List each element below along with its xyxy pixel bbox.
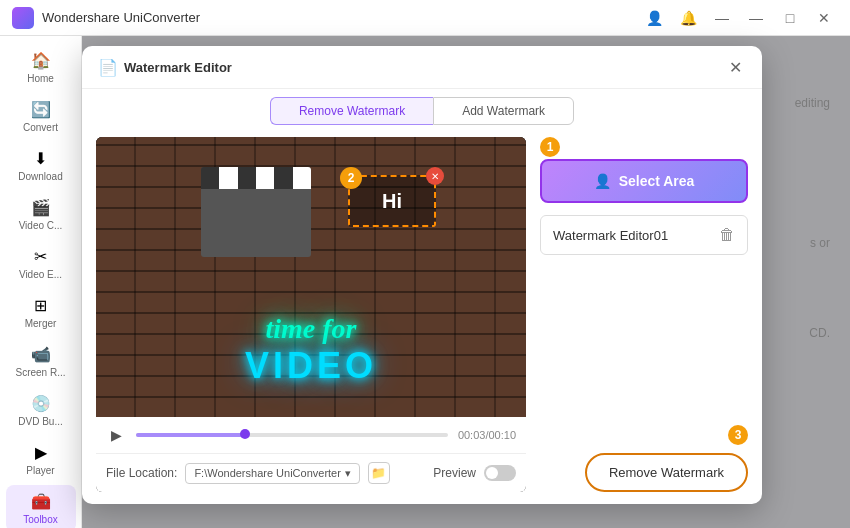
delete-watermark-btn[interactable]: 🗑 xyxy=(719,226,735,244)
convert-icon: 🔄 xyxy=(31,99,51,119)
dialog-body: time for VIDEO 2 Hi ✕ xyxy=(82,125,762,504)
dialog-title: Watermark Editor xyxy=(124,60,232,75)
sidebar-item-player[interactable]: ▶ Player xyxy=(6,436,76,483)
progress-track[interactable] xyxy=(136,433,448,437)
file-location-label: File Location: xyxy=(106,466,177,480)
dvd-icon: 💿 xyxy=(31,393,51,413)
sidebar-item-download[interactable]: ⬇ Download xyxy=(6,142,76,189)
select-area-label: Select Area xyxy=(619,173,695,189)
download-icon: ⬇ xyxy=(31,148,51,168)
sidebar-item-screen-rec[interactable]: 📹 Screen R... xyxy=(6,338,76,385)
sidebar-label-video-edit: Video E... xyxy=(19,269,62,281)
app-logo xyxy=(12,7,34,29)
clapper-body xyxy=(201,189,311,257)
dialog-header: 📄 Watermark Editor ✕ xyxy=(82,46,762,89)
stripe-4 xyxy=(256,167,274,189)
progress-thumb xyxy=(240,429,250,439)
watermark-close-btn[interactable]: ✕ xyxy=(426,167,444,185)
app-title: Wondershare UniConverter xyxy=(42,10,640,25)
sidebar-label-home: Home xyxy=(27,73,54,85)
stripe-1 xyxy=(201,167,219,189)
neon-line1: time for xyxy=(245,313,377,345)
file-path-select[interactable]: F:\Wondershare UniConverter ▾ xyxy=(185,463,360,484)
tab-add-watermark[interactable]: Add Watermark xyxy=(433,97,574,125)
sidebar-label-download: Download xyxy=(18,171,62,183)
tab-remove-watermark[interactable]: Remove Watermark xyxy=(270,97,433,125)
sidebar-label-screen-rec: Screen R... xyxy=(15,367,65,379)
user-icon-btn[interactable]: 👤 xyxy=(640,4,668,32)
main-layout: 🏠 Home 🔄 Convert ⬇ Download 🎬 Video C...… xyxy=(0,36,850,528)
sidebar-item-dvd[interactable]: 💿 DVD Bu... xyxy=(6,387,76,434)
video-edit-icon: ✂ xyxy=(31,246,51,266)
chevron-down-icon: ▾ xyxy=(345,467,351,480)
preview-toggle[interactable] xyxy=(484,465,516,481)
title-actions: 👤 🔔 — — □ ✕ xyxy=(640,4,838,32)
step-badge-2: 2 xyxy=(340,167,362,189)
modal-overlay: 📄 Watermark Editor ✕ Remove Watermark Ad… xyxy=(82,36,850,528)
video-frame: time for VIDEO 2 Hi ✕ xyxy=(96,137,526,417)
sidebar-label-convert: Convert xyxy=(23,122,58,134)
titlebar: Wondershare UniConverter 👤 🔔 — — □ ✕ xyxy=(0,0,850,36)
sidebar-label-dvd: DVD Bu... xyxy=(18,416,62,428)
stripe-5 xyxy=(274,167,292,189)
home-icon: 🏠 xyxy=(31,50,51,70)
clapper-stripes xyxy=(201,167,311,189)
sidebar-label-merger: Merger xyxy=(25,318,57,330)
preview-label: Preview xyxy=(433,466,476,480)
step-badge-3: 3 xyxy=(728,425,748,445)
toolbox-icon: 🧰 xyxy=(31,491,51,511)
video-preview: time for VIDEO 2 Hi ✕ xyxy=(96,137,526,492)
sidebar-item-toolbox[interactable]: 🧰 Toolbox xyxy=(6,485,76,528)
minimize-btn[interactable]: — xyxy=(742,4,770,32)
sidebar-item-convert[interactable]: 🔄 Convert xyxy=(6,93,76,140)
toggle-knob xyxy=(486,467,498,479)
watermark-hi-text: Hi xyxy=(382,190,402,213)
merger-icon: ⊞ xyxy=(31,295,51,315)
sidebar-label-video-compress: Video C... xyxy=(19,220,63,232)
watermark-editor-dialog: 📄 Watermark Editor ✕ Remove Watermark Ad… xyxy=(82,46,762,504)
right-panel: 1 👤 Select Area Watermark Editor01 🗑 xyxy=(526,137,748,492)
player-icon: ▶ xyxy=(31,442,51,462)
maximize-btn[interactable]: □ xyxy=(776,4,804,32)
clapperboard xyxy=(201,167,311,257)
sidebar-item-merger[interactable]: ⊞ Merger xyxy=(6,289,76,336)
remove-watermark-btn[interactable]: Remove Watermark xyxy=(585,453,748,492)
step-badge-1: 1 xyxy=(540,137,560,157)
play-button[interactable]: ▶ xyxy=(106,425,126,445)
sidebar-item-video-edit[interactable]: ✂ Video E... xyxy=(6,240,76,287)
watermark-selection-box[interactable]: Hi ✕ xyxy=(348,175,436,227)
folder-browse-btn[interactable]: 📁 xyxy=(368,462,390,484)
neon-line2: VIDEO xyxy=(245,345,377,387)
video-controls: ▶ 00:03/00:10 xyxy=(96,417,526,453)
step1-group: 1 👤 Select Area xyxy=(540,137,748,203)
bell-icon-btn[interactable]: 🔔 xyxy=(674,4,702,32)
sidebar-item-home[interactable]: 🏠 Home xyxy=(6,44,76,91)
progress-fill xyxy=(136,433,245,437)
sidebar: 🏠 Home 🔄 Convert ⬇ Download 🎬 Video C...… xyxy=(0,36,82,528)
dialog-tabs: Remove Watermark Add Watermark xyxy=(82,89,762,125)
sidebar-label-toolbox: Toolbox xyxy=(23,514,57,526)
neon-sign: time for VIDEO xyxy=(245,313,377,387)
step3-group: 3 Remove Watermark xyxy=(540,365,748,492)
clapper-top xyxy=(201,167,311,189)
watermark-item-name: Watermark Editor01 xyxy=(553,228,668,243)
add-file-icon: 📄 xyxy=(98,58,118,77)
video-compress-icon: 🎬 xyxy=(31,197,51,217)
stripe-2 xyxy=(219,167,237,189)
close-app-btn[interactable]: ✕ xyxy=(810,4,838,32)
screen-rec-icon: 📹 xyxy=(31,344,51,364)
watermark-item: Watermark Editor01 🗑 xyxy=(540,215,748,255)
stripe-6 xyxy=(293,167,311,189)
time-display: 00:03/00:10 xyxy=(458,429,516,441)
stripe-3 xyxy=(238,167,256,189)
file-location-bar: File Location: F:\Wondershare UniConvert… xyxy=(96,453,526,492)
sidebar-item-video-compress[interactable]: 🎬 Video C... xyxy=(6,191,76,238)
select-area-person-icon: 👤 xyxy=(594,173,611,189)
content-area: editing s or CD. 📄 Watermark Editor ✕ Re… xyxy=(82,36,850,528)
menu-btn[interactable]: — xyxy=(708,4,736,32)
dialog-close-btn[interactable]: ✕ xyxy=(724,56,746,78)
file-path-value: F:\Wondershare UniConverter xyxy=(194,467,341,479)
select-area-btn[interactable]: 👤 Select Area xyxy=(540,159,748,203)
sidebar-label-player: Player xyxy=(26,465,54,477)
